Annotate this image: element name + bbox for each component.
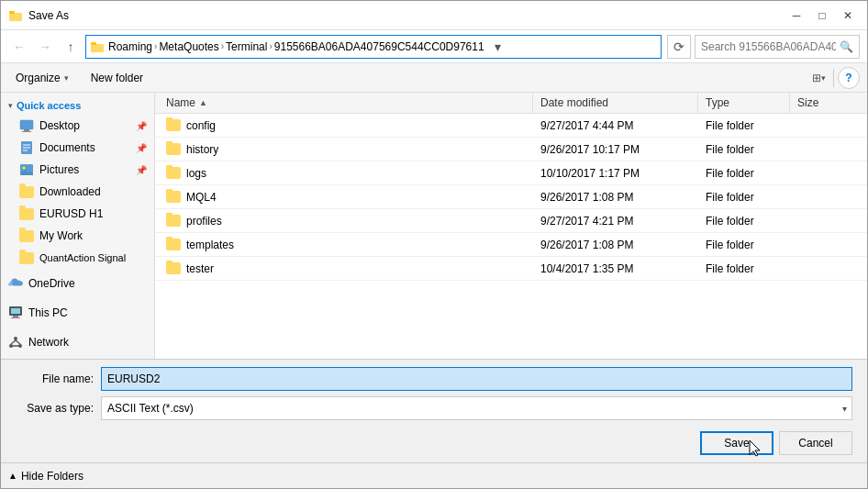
filetype-select-wrapper: ASCII Text (*.csv) ▾	[101, 396, 852, 420]
bottom-form: File name: Save as type: ASCII Text (*.c…	[1, 359, 867, 462]
svg-rect-15	[11, 308, 20, 314]
file-size-cell	[790, 148, 863, 151]
file-size-cell	[790, 172, 863, 175]
downloaded-label: Downloaded	[39, 185, 101, 198]
file-date: 10/10/2017 1:17 PM	[540, 167, 640, 180]
refresh-button[interactable]: ⟳	[667, 35, 691, 59]
file-rows-container: config 9/27/2017 4:44 PM File folder his…	[155, 114, 867, 281]
table-row[interactable]: config 9/27/2017 4:44 PM File folder	[155, 114, 867, 138]
file-date: 9/26/2017 1:08 PM	[540, 191, 633, 204]
sidebar-item-thispc[interactable]: This PC	[1, 302, 154, 324]
file-type-cell: File folder	[698, 117, 790, 134]
sidebar-item-onedrive[interactable]: OneDrive	[1, 272, 154, 295]
sidebar-item-quantaction[interactable]: QuantAction Signal	[1, 247, 154, 269]
file-type-cell: File folder	[698, 261, 790, 277]
svg-rect-2	[91, 44, 104, 52]
search-input[interactable]	[701, 40, 836, 53]
table-row[interactable]: tester 10/4/2017 1:35 PM File folder	[155, 257, 867, 281]
chevron-up-icon: ▲	[8, 471, 17, 481]
col-name[interactable]: Name ▲	[159, 93, 533, 113]
file-list: Name ▲ Date modified Type Size config	[155, 93, 867, 359]
crumb-hash[interactable]: 915566BA06ADA407569C544CC0D97611	[274, 40, 484, 53]
save-button[interactable]: Save	[700, 431, 773, 455]
search-box[interactable]: 🔍	[695, 35, 860, 59]
sidebar-item-mywork[interactable]: My Work	[1, 225, 154, 247]
mywork-folder-icon	[19, 230, 34, 242]
documents-icon	[19, 140, 34, 155]
file-type: File folder	[706, 143, 754, 156]
pictures-pin: 📌	[136, 165, 147, 175]
table-row[interactable]: history 9/26/2017 10:17 PM File folder	[155, 138, 867, 161]
col-type[interactable]: Type	[698, 93, 790, 113]
sidebar-item-documents[interactable]: Documents 📌	[1, 137, 154, 159]
svg-point-12	[23, 167, 26, 170]
close-button[interactable]: ✕	[836, 6, 860, 26]
sidebar-item-pictures[interactable]: Pictures 📌	[1, 159, 154, 181]
table-row[interactable]: profiles 9/27/2017 4:21 PM File folder	[155, 209, 867, 233]
dropdown-button[interactable]: ▾	[488, 37, 508, 57]
svg-rect-4	[20, 120, 33, 129]
sidebar-item-eurusd[interactable]: EURUSD H1	[1, 203, 154, 225]
file-name-cell: logs	[159, 165, 533, 182]
save-label: Save	[724, 437, 749, 450]
file-size-cell	[790, 243, 863, 247]
sidebar-item-downloaded[interactable]: Downloaded	[1, 181, 154, 203]
hide-folders-label: Hide Folders	[21, 470, 83, 483]
chevron-icon: ▾	[8, 101, 13, 110]
col-date-label: Date modified	[540, 96, 608, 109]
file-type-cell: File folder	[698, 165, 790, 182]
forward-button[interactable]: →	[34, 36, 56, 58]
minimize-button[interactable]: ─	[785, 6, 808, 26]
svg-rect-3	[91, 42, 96, 45]
sort-arrow: ▲	[199, 98, 207, 107]
file-type: File folder	[706, 191, 754, 204]
table-row[interactable]: logs 10/10/2017 1:17 PM File folder	[155, 161, 867, 185]
onedrive-label: OneDrive	[28, 277, 75, 290]
form-buttons: Save Cancel	[16, 428, 852, 455]
col-size-label: Size	[797, 96, 818, 109]
filename-label: File name:	[16, 372, 94, 385]
new-folder-button[interactable]: New folder	[83, 67, 150, 89]
maximize-button[interactable]: □	[810, 6, 834, 26]
crumb-terminal[interactable]: Terminal	[226, 40, 267, 53]
network-icon	[8, 335, 23, 350]
view-button[interactable]: ⊞ ▾	[807, 67, 829, 89]
crumb-roaming[interactable]: Roaming	[108, 40, 152, 53]
file-name: history	[186, 143, 218, 156]
col-date[interactable]: Date modified	[533, 93, 698, 113]
file-date: 9/27/2017 4:44 PM	[540, 119, 633, 132]
sidebar-item-network[interactable]: Network	[1, 331, 154, 353]
file-type-cell: File folder	[698, 237, 790, 253]
filetype-label: Save as type:	[16, 402, 94, 415]
crumb-metaquotes[interactable]: MetaQuotes	[159, 40, 218, 53]
address-bar[interactable]: Roaming › MetaQuotes › Terminal › 915566…	[85, 35, 662, 59]
col-size[interactable]: Size	[790, 93, 863, 113]
sidebar-item-desktop[interactable]: Desktop 📌	[1, 115, 154, 137]
quick-access-section: ▾ Quick access Desktop 📌	[1, 96, 154, 269]
thispc-label: This PC	[28, 306, 68, 319]
address-breadcrumb: Roaming › MetaQuotes › Terminal › 915566…	[108, 40, 484, 53]
help-button[interactable]: ?	[838, 67, 860, 89]
svg-line-21	[11, 340, 16, 344]
cancel-button[interactable]: Cancel	[779, 431, 852, 455]
filename-input[interactable]	[101, 367, 852, 391]
filename-row: File name:	[16, 367, 852, 391]
hide-folders-toggle[interactable]: ▲ Hide Folders	[1, 462, 867, 488]
file-size-cell	[790, 267, 863, 271]
file-date-cell: 9/27/2017 4:44 PM	[533, 117, 698, 134]
file-date-cell: 9/26/2017 1:08 PM	[533, 189, 698, 206]
table-row[interactable]: MQL4 9/26/2017 1:08 PM File folder	[155, 185, 867, 209]
file-type-cell: File folder	[698, 189, 790, 206]
file-date: 9/26/2017 10:17 PM	[540, 143, 640, 156]
navigation-toolbar: ← → ↑ Roaming › MetaQuotes › Terminal › …	[1, 30, 867, 63]
svg-rect-6	[22, 131, 31, 132]
back-button[interactable]: ←	[8, 36, 30, 58]
filetype-select[interactable]: ASCII Text (*.csv)	[101, 396, 852, 420]
col-type-label: Type	[706, 96, 729, 109]
up-button[interactable]: ↑	[60, 36, 82, 58]
file-size-cell	[790, 195, 863, 199]
folder-icon	[166, 167, 181, 179]
onedrive-icon	[8, 276, 23, 291]
table-row[interactable]: templates 9/26/2017 1:08 PM File folder	[155, 233, 867, 257]
organize-button[interactable]: Organize ▾	[8, 67, 76, 89]
